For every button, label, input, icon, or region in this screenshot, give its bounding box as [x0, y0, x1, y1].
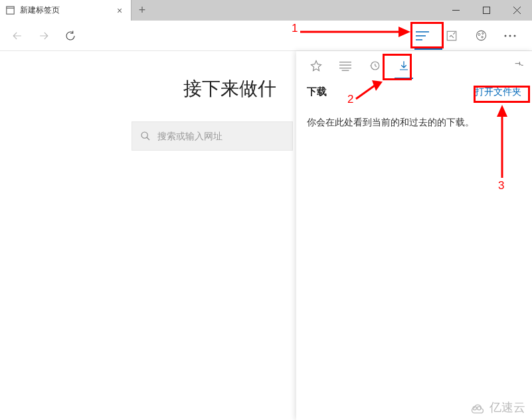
reading-list-tab[interactable] [332, 52, 359, 79]
svg-point-14 [505, 35, 507, 36]
refresh-button[interactable] [57, 23, 84, 49]
back-button[interactable] [4, 23, 31, 49]
search-icon [140, 131, 151, 141]
pin-icon[interactable] [513, 59, 524, 70]
web-note-button[interactable] [438, 23, 466, 49]
svg-point-31 [478, 407, 481, 410]
svg-rect-3 [483, 7, 489, 14]
svg-point-17 [141, 132, 147, 138]
search-box[interactable] [132, 121, 293, 151]
svg-point-10 [476, 31, 486, 40]
window-controls [440, 0, 532, 21]
downloads-tab[interactable] [391, 52, 417, 79]
search-input[interactable] [157, 131, 284, 141]
hub-button-underline [414, 48, 442, 50]
close-window-button[interactable] [501, 0, 532, 21]
hub-tabs [296, 51, 532, 80]
svg-point-15 [509, 35, 511, 36]
history-tab[interactable] [361, 52, 388, 79]
svg-point-11 [478, 33, 480, 35]
favorites-tab[interactable] [303, 52, 329, 79]
maximize-button[interactable] [471, 0, 501, 21]
watermark-text: 亿速云 [489, 399, 525, 415]
hub-header: 下载 打开文件夹 [296, 80, 532, 106]
hub-empty-text: 你会在此处看到当前的和过去的的下载。 [296, 106, 532, 139]
svg-point-12 [482, 33, 483, 34]
svg-point-16 [514, 35, 516, 36]
browser-tab[interactable]: 新建标签页 × [0, 0, 132, 21]
page-icon [5, 6, 15, 15]
tab-title: 新建标签页 [20, 5, 108, 16]
new-tab-button[interactable]: + [132, 0, 153, 21]
svg-line-18 [147, 137, 149, 140]
forward-button[interactable] [31, 23, 57, 49]
tab-strip: 新建标签页 × + [0, 0, 532, 21]
toolbar [0, 21, 532, 51]
watermark-icon [468, 399, 486, 416]
watermark: 亿速云 [468, 399, 525, 416]
minimize-button[interactable] [440, 0, 471, 21]
hub-panel: 下载 打开文件夹 你会在此处看到当前的和过去的的下载。 [296, 51, 532, 420]
hub-button[interactable] [408, 23, 436, 49]
share-button[interactable] [467, 23, 495, 49]
open-folder-link[interactable]: 打开文件夹 [475, 86, 521, 98]
svg-point-13 [481, 36, 482, 38]
more-button[interactable] [496, 23, 524, 49]
svg-rect-0 [6, 7, 13, 14]
close-tab-icon[interactable]: × [114, 5, 126, 17]
hub-title: 下载 [307, 86, 327, 98]
